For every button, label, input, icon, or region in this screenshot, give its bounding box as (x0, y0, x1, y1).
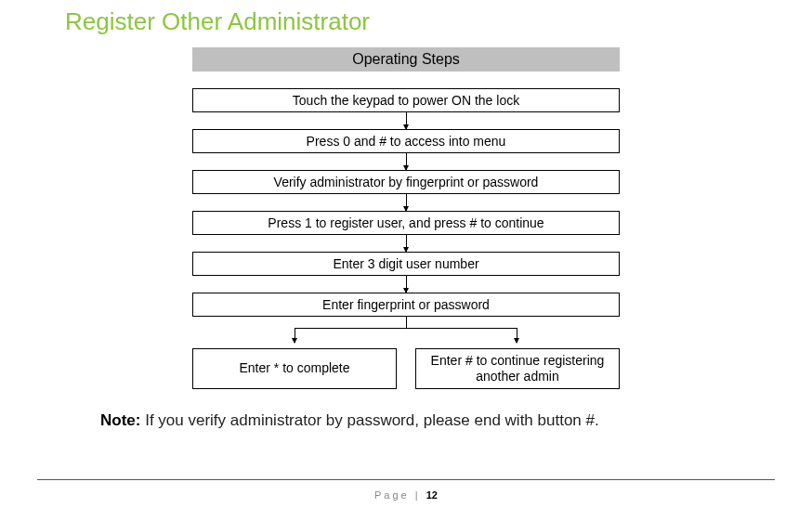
page-title: Register Other Administrator (0, 0, 812, 36)
footer-divider (37, 479, 775, 480)
branch-box-right: Enter # to continue registering another … (415, 348, 620, 389)
flow-diagram: Operating Steps Touch the keypad to powe… (192, 47, 620, 389)
operating-steps-header: Operating Steps (192, 47, 620, 72)
note-label: Note: (100, 411, 140, 429)
arrow-down-icon (406, 276, 407, 293)
step-box: Enter fingerprint or password (192, 293, 620, 317)
step-box: Enter 3 digit user number (192, 252, 620, 276)
footer-page-label: Page | 12 (0, 489, 812, 501)
arrow-down-icon (406, 112, 407, 129)
step-box: Press 0 and # to access into menu (192, 129, 620, 153)
arrow-down-icon (406, 235, 407, 252)
step-box: Press 1 to register user, and press # to… (192, 211, 620, 235)
note-text: Note: If you verify administrator by pas… (0, 389, 812, 430)
step-box: Verify administrator by fingerprint or p… (192, 170, 620, 194)
arrow-down-icon (406, 194, 407, 211)
footer-page-number: 12 (426, 489, 438, 501)
branch-box-left: Enter * to complete (192, 348, 397, 389)
branch-connector (192, 317, 620, 348)
arrow-down-icon (406, 153, 407, 170)
step-box: Touch the keypad to power ON the lock (192, 88, 620, 112)
footer-word: Page (374, 489, 410, 501)
note-body: If you verify administrator by password,… (140, 411, 598, 429)
footer-sep: | (410, 489, 426, 501)
